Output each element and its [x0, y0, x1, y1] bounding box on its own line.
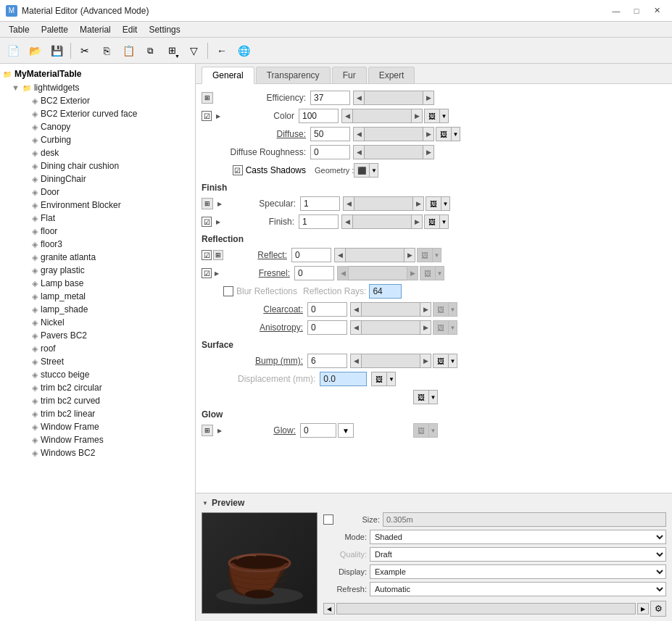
- specular-texture-btn[interactable]: 🖼: [426, 196, 441, 211]
- roughness-track[interactable]: [365, 145, 423, 159]
- fresnel-track[interactable]: [349, 266, 407, 280]
- finish-checkbox[interactable]: ☑: [202, 217, 212, 227]
- displacement-texture-btn[interactable]: 🖼: [371, 372, 387, 386]
- tree-item-windowframes[interactable]: ◈ Window Frames: [29, 433, 195, 446]
- tree-item-bc2exterior[interactable]: ◈ BC2 Exterior: [29, 94, 195, 107]
- refresh-select[interactable]: Automatic Manual: [370, 582, 666, 596]
- tab-transparency[interactable]: Transparency: [256, 67, 331, 83]
- tree-item-street[interactable]: ◈ Street: [29, 355, 195, 368]
- paste-button[interactable]: 📋: [118, 41, 138, 61]
- clearcoat-left-arrow[interactable]: ◀: [350, 302, 362, 317]
- mode-select[interactable]: Shaded Wireframe Solid: [370, 530, 666, 544]
- anisotropy-left-arrow[interactable]: ◀: [350, 320, 362, 335]
- specular-right-arrow[interactable]: ▶: [412, 196, 424, 211]
- color-right-arrow[interactable]: ▶: [411, 109, 423, 123]
- color-texture-btn[interactable]: 🖼: [424, 109, 440, 123]
- anisotropy-texture-btn[interactable]: 🖼: [433, 320, 449, 335]
- casts-shadows-checkbox[interactable]: ☑: [233, 165, 243, 175]
- globe-button[interactable]: 🌐: [233, 41, 254, 61]
- color-expand[interactable]: ▶: [215, 112, 222, 120]
- layers-button[interactable]: ⊞ ▼: [162, 41, 182, 61]
- color-input[interactable]: [299, 109, 339, 123]
- display-select[interactable]: Example Sphere Cube: [370, 564, 666, 579]
- color-dropdown[interactable]: ▼: [440, 109, 449, 123]
- tree-item-granite[interactable]: ◈ granite atlanta: [29, 251, 195, 264]
- displacement-dropdown[interactable]: ▼: [387, 372, 396, 386]
- tree-root-item[interactable]: 📁 MyMaterialTable: [0, 67, 195, 81]
- filter-button[interactable]: ▽: [183, 41, 204, 61]
- roughness-left-arrow[interactable]: ◀: [353, 145, 365, 159]
- scroll-right-arrow[interactable]: ▶: [637, 603, 649, 614]
- preview-expand[interactable]: ▼: [202, 499, 209, 507]
- tree-item-diningchaircushion[interactable]: ◈ Dining chair cushion: [29, 159, 195, 172]
- efficiency-track[interactable]: [365, 91, 423, 105]
- diffuse-right-arrow[interactable]: ▶: [423, 127, 434, 141]
- tree-item-nickel[interactable]: ◈ Nickel: [29, 316, 195, 329]
- size-input[interactable]: [383, 512, 666, 527]
- tree-item-desk[interactable]: ◈ desk: [29, 146, 195, 159]
- menu-palette[interactable]: Palette: [36, 23, 74, 36]
- cut-button[interactable]: ✂: [75, 41, 95, 61]
- extra-icon-btn[interactable]: 🖼: [413, 390, 429, 404]
- glow-dropdown[interactable]: ▼: [429, 423, 438, 438]
- diffuse-input[interactable]: [310, 127, 350, 141]
- reflect-texture-btn[interactable]: 🖼: [417, 248, 433, 262]
- clearcoat-dropdown[interactable]: ▼: [449, 302, 457, 317]
- finish-texture-btn[interactable]: 🖼: [424, 214, 440, 229]
- scroll-track[interactable]: [336, 603, 636, 614]
- bump-left-arrow[interactable]: ◀: [350, 354, 362, 368]
- efficiency-left-arrow[interactable]: ◀: [353, 91, 365, 105]
- glow-expand[interactable]: ▶: [216, 427, 223, 434]
- finish-expand[interactable]: ▶: [215, 218, 222, 225]
- preview-gear-btn[interactable]: ⚙: [650, 601, 666, 617]
- anisotropy-track[interactable]: [362, 320, 420, 335]
- anisotropy-right-arrow[interactable]: ▶: [420, 320, 431, 335]
- anisotropy-input[interactable]: [307, 320, 347, 335]
- tree-item-roof[interactable]: ◈ roof: [29, 342, 195, 355]
- new-button[interactable]: 📄: [3, 41, 23, 61]
- back-button[interactable]: ←: [212, 41, 232, 61]
- tree-item-diningchair[interactable]: ◈ DiningChair: [29, 172, 195, 186]
- extra-dropdown[interactable]: ▼: [429, 390, 438, 404]
- tree-item-trimcirc[interactable]: ◈ trim bc2 circular: [29, 381, 195, 394]
- copy-button[interactable]: ⎘: [96, 41, 117, 61]
- geometry-icon-btn[interactable]: ⬛: [354, 163, 370, 178]
- specular-expand[interactable]: ▶: [216, 200, 223, 207]
- tree-item-canopy[interactable]: ◈ Canopy: [29, 120, 195, 133]
- fresnel-expand[interactable]: ▶: [213, 270, 220, 277]
- displacement-input[interactable]: [320, 372, 367, 386]
- clearcoat-right-arrow[interactable]: ▶: [420, 302, 431, 317]
- fresnel-input[interactable]: [294, 266, 334, 280]
- maximize-button[interactable]: □: [627, 3, 646, 19]
- clearcoat-input[interactable]: [307, 302, 347, 317]
- specular-input[interactable]: [300, 196, 340, 211]
- size-checkbox[interactable]: [323, 514, 333, 525]
- clearcoat-track[interactable]: [362, 302, 420, 317]
- reflect-track[interactable]: [346, 248, 404, 262]
- menu-edit[interactable]: Edit: [117, 23, 144, 36]
- import-button[interactable]: ⧉: [140, 41, 160, 61]
- scroll-left-arrow[interactable]: ◀: [323, 603, 335, 614]
- bump-input[interactable]: [307, 354, 347, 368]
- fresnel-right-arrow[interactable]: ▶: [407, 266, 418, 280]
- save-button[interactable]: 💾: [46, 41, 67, 61]
- finish-input[interactable]: [299, 214, 339, 229]
- glow-input[interactable]: [300, 423, 336, 438]
- menu-material[interactable]: Material: [74, 23, 117, 36]
- color-checkbox[interactable]: ☑: [202, 111, 212, 121]
- glow-texture-btn[interactable]: 🖼: [413, 423, 429, 438]
- fresnel-checkbox[interactable]: ☑: [202, 268, 212, 278]
- tree-folder-lightwidgets[interactable]: ▼ 📁 lightwidgets: [9, 81, 195, 94]
- color-track[interactable]: [353, 109, 411, 123]
- glow-dropdown-btn[interactable]: ▼: [338, 423, 354, 438]
- finish-right-arrow[interactable]: ▶: [411, 214, 423, 229]
- blur-checkbox[interactable]: [223, 286, 233, 296]
- tree-item-flat[interactable]: ◈ Flat: [29, 212, 195, 225]
- diffuse-left-arrow[interactable]: ◀: [353, 127, 365, 141]
- geometry-dropdown[interactable]: ▼: [370, 163, 378, 178]
- tree-item-trimlinear[interactable]: ◈ trim bc2 linear: [29, 407, 195, 420]
- tree-item-lampmetal[interactable]: ◈ lamp_metal: [29, 290, 195, 303]
- reflect-right-arrow[interactable]: ▶: [404, 248, 415, 262]
- diffuse-track[interactable]: [365, 127, 423, 141]
- anisotropy-dropdown[interactable]: ▼: [449, 320, 457, 335]
